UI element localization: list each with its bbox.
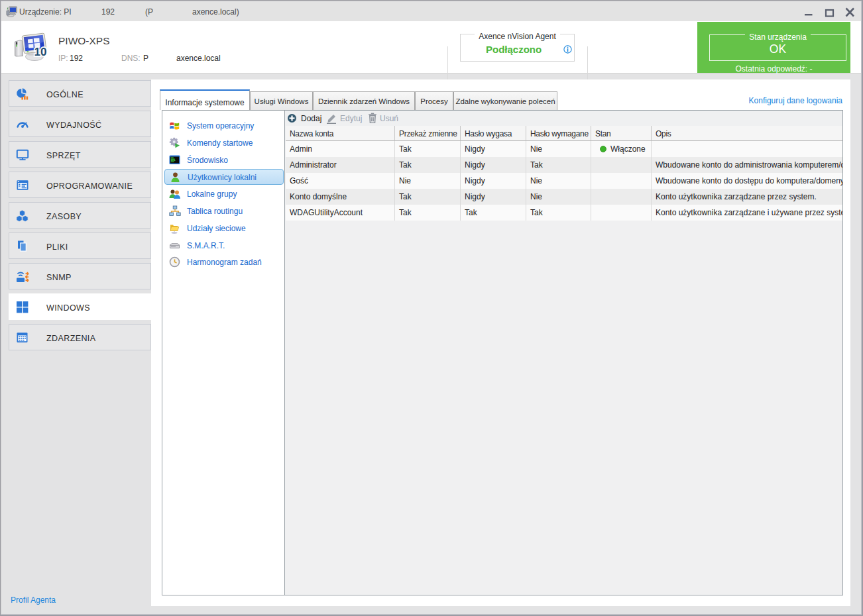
svg-text:10: 10 (34, 46, 47, 58)
